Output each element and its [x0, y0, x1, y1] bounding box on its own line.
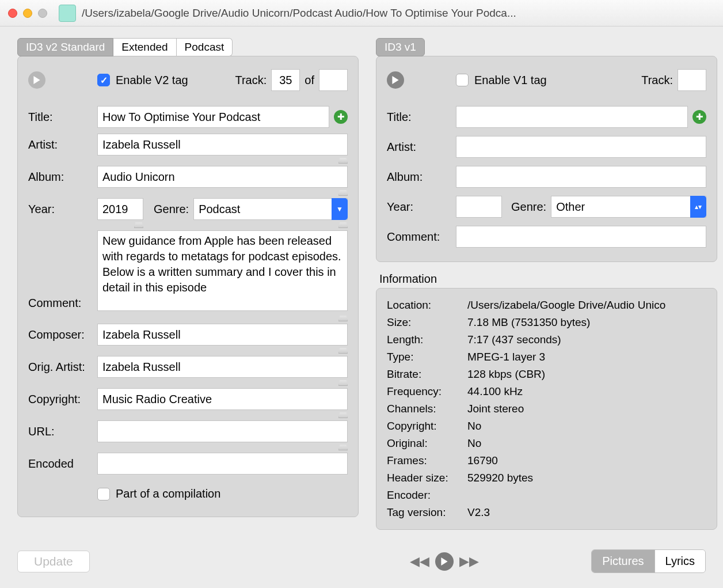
play-button[interactable] — [435, 552, 454, 571]
info-value: 529920 bytes — [467, 472, 706, 484]
album-input[interactable] — [97, 166, 348, 188]
rewind-icon[interactable]: ◀◀ — [410, 554, 429, 569]
info-value: Joint stereo — [467, 403, 706, 415]
tab-id3v1[interactable]: ID3 v1 — [376, 38, 425, 56]
drag-handle-icon[interactable] — [338, 412, 348, 418]
info-label: Frequency: — [387, 385, 467, 398]
info-value: V2.3 — [467, 506, 706, 519]
drag-handle-icon[interactable] — [338, 190, 348, 196]
app-icon — [59, 5, 76, 22]
info-value: 44.100 kHz — [467, 385, 706, 398]
info-label: Original: — [387, 437, 467, 450]
v1-album-input[interactable] — [456, 166, 706, 188]
info-row: Location:/Users/izabela/Google Drive/Aud… — [387, 297, 706, 314]
comment-textarea[interactable]: New guidance from Apple has been release… — [97, 230, 348, 311]
close-icon[interactable] — [8, 9, 17, 18]
v1-panel: Enable V1 tag Track: Title: Artist: Albu… — [376, 56, 717, 262]
info-label: Location: — [387, 299, 467, 312]
v1-year-label: Year: — [387, 200, 456, 214]
enable-v2-label: Enable V2 tag — [116, 74, 188, 87]
encoded-label: Encoded — [28, 457, 97, 471]
info-row: Frames:16790 — [387, 452, 706, 469]
lyrics-button[interactable]: Lyrics — [654, 550, 705, 572]
tab-id3v2-extended[interactable]: Extended — [113, 38, 176, 56]
info-label: Tag version: — [387, 506, 467, 519]
v2-tabs: ID3 v2 Standard Extended Podcast — [17, 38, 359, 56]
traffic-lights — [8, 9, 47, 18]
v1-add-title-button[interactable] — [692, 110, 706, 124]
play-icon[interactable] — [387, 71, 404, 89]
genre-label: Genre: — [154, 203, 189, 216]
info-value: No — [467, 437, 706, 450]
drag-handle-icon[interactable] — [338, 445, 348, 450]
play-icon[interactable] — [28, 71, 45, 89]
info-header: Information — [379, 272, 717, 286]
artist-input[interactable] — [97, 134, 348, 155]
enable-v1-checkbox[interactable] — [456, 74, 469, 86]
forward-icon[interactable]: ▶▶ — [459, 554, 479, 569]
minimize-icon[interactable] — [23, 9, 32, 18]
v1-genre-select[interactable]: Other — [551, 196, 706, 218]
genre-select[interactable]: Podcast — [193, 198, 348, 220]
v1-artist-label: Artist: — [387, 141, 456, 154]
drag-handle-icon[interactable] — [134, 222, 143, 228]
track-label: Track: — [235, 74, 267, 87]
info-value: 128 kbps (CBR) — [467, 368, 706, 381]
drag-handle-icon[interactable] — [338, 380, 348, 386]
url-input[interactable] — [97, 420, 348, 442]
v1-genre-label: Genre: — [511, 200, 546, 214]
info-row: Type:MPEG-1 layer 3 — [387, 348, 706, 366]
drag-handle-icon[interactable] — [338, 316, 348, 321]
info-label: Header size: — [387, 472, 467, 484]
track-total-input[interactable] — [319, 69, 348, 91]
id3v1-column: ID3 v1 Enable V1 tag Track: Title: — [376, 38, 717, 540]
copyright-label: Copyright: — [28, 393, 97, 406]
drag-handle-icon[interactable] — [338, 158, 348, 164]
v1-track-input[interactable] — [678, 69, 706, 91]
info-row: Frequency:44.100 kHz — [387, 383, 706, 400]
artist-label: Artist: — [28, 138, 97, 151]
enable-v2-checkbox[interactable] — [97, 74, 110, 86]
v1-album-label: Album: — [387, 170, 456, 184]
info-row: Original:No — [387, 435, 706, 452]
comment-label: Comment: — [28, 297, 97, 310]
tab-id3v2-podcast[interactable]: Podcast — [177, 38, 233, 56]
v1-title-input[interactable] — [456, 106, 688, 128]
v1-title-label: Title: — [387, 111, 456, 124]
enable-v1-label: Enable V1 tag — [474, 74, 547, 87]
info-value: 16790 — [467, 454, 706, 467]
pictures-lyrics-toggle: Pictures Lyrics — [591, 549, 706, 573]
composer-input[interactable] — [97, 324, 348, 346]
encoded-input[interactable] — [97, 453, 348, 475]
info-value: /Users/izabela/Google Drive/Audio Unico — [467, 299, 706, 312]
track-number-input[interactable] — [271, 69, 300, 91]
drag-handle-icon[interactable] — [338, 348, 348, 354]
v2-panel: Enable V2 tag Track: of Title: Artist: A… — [17, 56, 359, 517]
compilation-checkbox[interactable] — [97, 488, 110, 500]
copyright-input[interactable] — [97, 388, 348, 410]
info-section: Information Location:/Users/izabela/Goog… — [376, 272, 717, 530]
v1-artist-input[interactable] — [456, 136, 706, 158]
orig-artist-label: Orig. Artist: — [28, 361, 97, 374]
info-value — [467, 489, 706, 502]
v1-tabs: ID3 v1 — [376, 38, 717, 56]
add-title-button[interactable] — [334, 110, 348, 124]
year-input[interactable] — [97, 198, 143, 220]
info-row: Length:7:17 (437 seconds) — [387, 331, 706, 348]
maximize-icon[interactable] — [38, 9, 47, 18]
info-label: Size: — [387, 316, 467, 329]
orig-artist-input[interactable] — [97, 356, 348, 378]
info-value: 7.18 MB (7531350 bytes) — [467, 316, 706, 329]
window-titlebar: /Users/izabela/Google Drive/Audio Unicor… — [0, 0, 723, 26]
track-of-label: of — [305, 74, 314, 87]
title-input[interactable] — [97, 106, 329, 128]
drag-handle-icon[interactable] — [338, 222, 348, 228]
update-button[interactable]: Update — [17, 551, 90, 572]
pictures-button[interactable]: Pictures — [592, 550, 654, 572]
tab-id3v2-standard[interactable]: ID3 v2 Standard — [17, 38, 113, 56]
v1-comment-input[interactable] — [456, 226, 706, 248]
transport-controls: ◀◀ ▶▶ — [410, 552, 479, 571]
info-label: Channels: — [387, 403, 467, 415]
v1-year-input[interactable] — [456, 196, 502, 218]
window-title: /Users/izabela/Google Drive/Audio Unicor… — [82, 7, 715, 20]
